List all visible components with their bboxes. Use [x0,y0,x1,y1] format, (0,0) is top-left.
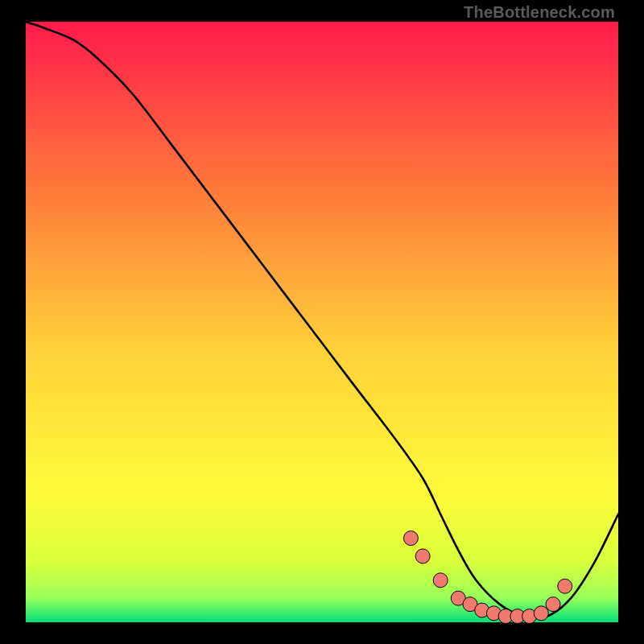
marker-point [558,579,572,593]
marker-point [433,573,448,588]
marker-point [546,597,560,612]
marker-point [415,549,430,564]
marker-point [403,531,418,546]
curve-markers [403,531,572,624]
watermark-text: TheBottleneck.com [464,3,615,22]
bottleneck-curve [26,22,618,618]
marker-point [534,606,548,621]
chart-svg [26,22,618,622]
plot-frame [26,22,618,622]
